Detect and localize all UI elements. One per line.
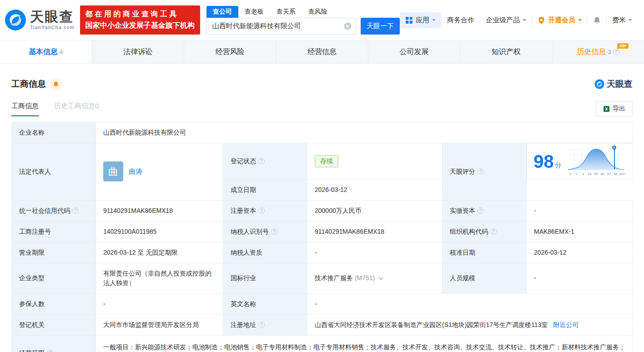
search-tab-relation[interactable]: 查关系	[270, 6, 302, 18]
field-label-establish-date: 成立日期	[223, 179, 307, 200]
table-row: 企业名称 山西时代新能源科技有限公司	[12, 122, 633, 143]
nav-cooperation[interactable]: 商务合作	[442, 16, 480, 25]
legal-rep-link[interactable]: 曲涛	[129, 166, 142, 177]
field-value-reg-authority: 大同市市场监督管理局开发区分局	[96, 314, 223, 335]
help-icon[interactable]: ?	[258, 322, 265, 328]
tab-basic-info[interactable]: 基本信息 4	[0, 40, 92, 63]
table-row: 工商注册号 14029100A011985 纳税人识别号? 91140291MA…	[12, 221, 633, 242]
help-icon[interactable]: ?	[478, 168, 484, 175]
tab-label: 公司发展	[399, 47, 428, 57]
table-row: 参保人数 - 英文名称 -	[12, 293, 633, 314]
label-text: 核准日期	[450, 249, 475, 256]
table-row: 营业期限 2026-03-12 至 无固定期限 纳税人资质 - 核准日期 202…	[12, 242, 633, 263]
tab-operational-risk[interactable]: 经营风险	[184, 40, 276, 63]
tab-label: 经营风险	[216, 47, 245, 57]
subtab-business-registration[interactable]: 工商信息	[11, 102, 39, 116]
score-distribution-chart[interactable]: 01 315 5085 9799 100	[567, 146, 625, 177]
tab-company-development[interactable]: 公司发展	[368, 40, 460, 63]
field-value-establish-date: 2026-03-12	[307, 179, 443, 200]
label-text: 经营范围	[19, 348, 45, 352]
field-value-score: 98 分	[527, 143, 633, 179]
search-tab-risk[interactable]: 查风险	[302, 6, 334, 18]
promo-line1: 都在用的商业查询工具	[86, 9, 195, 20]
help-icon[interactable]: ?	[47, 350, 53, 352]
label-text: 注册资本	[231, 206, 256, 216]
bell-curve	[567, 146, 625, 171]
chevron-down-icon[interactable]	[378, 277, 383, 280]
label-text: 企业名称	[19, 129, 45, 136]
help-icon[interactable]: ?	[72, 207, 79, 214]
subtab-history-registration[interactable]: 历史工商信息0	[54, 102, 99, 116]
export-button[interactable]: 导出	[596, 101, 633, 116]
label-text: 实缴资本	[450, 206, 475, 216]
tianyancha-eye-icon	[594, 79, 604, 89]
search-input[interactable]	[206, 18, 356, 35]
section-header: 工商信息 天眼查	[0, 78, 644, 90]
label-text: 企业类型	[19, 274, 45, 282]
industry-code: (M751)	[355, 274, 375, 282]
tab-business-info[interactable]: 经营信息	[276, 40, 368, 63]
watermark-text: 天眼查	[607, 78, 633, 90]
help-icon[interactable]: ?	[258, 207, 265, 214]
nav-enterprise[interactable]: 企业级产品	[480, 16, 532, 25]
help-icon[interactable]: ?	[613, 49, 619, 55]
field-value-company-type: 有限责任公司（非自然人投资或控股的法人独资）	[96, 263, 223, 293]
tab-legal-proceedings[interactable]: 法律诉讼	[92, 40, 184, 63]
field-value-taxpayer-quality: -	[307, 242, 443, 263]
field-label-credit-code: 统一社会信用代码?	[12, 200, 96, 221]
field-label-taxpayer-quality: 纳税人资质	[223, 242, 307, 263]
table-row: 企业类型 有限责任公司（非自然人投资或控股的法人独资） 国标行业 技术推广服务 …	[12, 263, 633, 293]
tab-history-info[interactable]: VIP 历史信息 3 ?	[553, 40, 644, 63]
search-button[interactable]: 天眼一下	[361, 18, 400, 35]
vip-badge: VIP	[617, 43, 629, 49]
label-text: 注册地址	[231, 320, 256, 330]
field-label-approval-date: 核准日期	[443, 242, 527, 263]
field-value-business-scope: 一般项目：新兴能源技术研发；电池制造；电池销售；电子专用材料制造；电子专用材料销…	[96, 335, 633, 352]
nav-notifications[interactable]	[588, 16, 606, 24]
field-label-reg-number: 工商注册号	[12, 221, 96, 242]
label-text: 统一社会信用代码	[19, 206, 70, 216]
promo-banner: 都在用的商业查询工具 国家中小企业发展子基金旗下机构	[80, 5, 200, 35]
field-label-english-name: 英文名称	[223, 293, 307, 314]
nav-apps[interactable]: 应用	[400, 12, 441, 28]
help-icon[interactable]: ?	[490, 228, 497, 235]
search-tabs: 查公司 查老板 查关系 查风险	[206, 6, 400, 18]
field-value-industry: 技术推广服务 (M751)	[307, 263, 443, 293]
promo-line2: 国家中小企业发展子基金旗下机构	[86, 20, 195, 31]
search-input-wrap	[206, 18, 356, 35]
nearby-companies-link[interactable]: 附近公司	[553, 321, 579, 328]
field-label-score: 天眼评分?	[443, 143, 527, 201]
table-row: 统一社会信用代码? 91140291MAK86EMX18 注册资本? 20000…	[12, 200, 633, 221]
field-label-legal-rep: 法定代表人	[12, 143, 96, 201]
tab-count: 3	[608, 49, 611, 55]
nav-open-vip[interactable]: 开通会员	[532, 16, 587, 25]
help-icon[interactable]: ?	[271, 228, 277, 235]
legal-rep-avatar[interactable]: 曲	[103, 161, 123, 181]
watermark-logo: 天眼查	[594, 78, 633, 90]
field-label-reg-status: 登记状态?	[223, 143, 307, 180]
help-icon[interactable]: ?	[478, 207, 484, 214]
clear-search-icon[interactable]	[344, 22, 352, 30]
tab-count: 4	[60, 49, 63, 55]
monitor-bell-chip[interactable]	[50, 79, 61, 90]
tianyancha-logo[interactable]: 天眼查 TianYanCha.com	[5, 9, 75, 31]
tab-label: 基本信息	[29, 47, 58, 57]
search-tab-company[interactable]: 查公司	[206, 6, 238, 18]
field-label-business-term: 营业期限	[12, 242, 96, 263]
field-label-org-code: 组织机构代码?	[443, 221, 527, 242]
score-marker-pin	[612, 146, 616, 150]
search-tab-boss[interactable]: 查老板	[238, 6, 270, 18]
vip-crown-icon	[538, 16, 545, 24]
subtab-row: 工商信息 历史工商信息0 导出	[0, 101, 644, 116]
address-text: 山西省大同经济技术开发区装备制造产业园区(S1地块)园荣街17号生产调度楼113…	[315, 321, 548, 328]
field-label-reg-address: 注册地址?	[223, 314, 307, 335]
top-header: 天眼查 TianYanCha.com 都在用的商业查询工具 国家中小企业发展子基…	[0, 0, 644, 40]
help-icon[interactable]: ?	[258, 158, 265, 164]
label-text: 国标行业	[231, 274, 256, 282]
chart-axis-labels: 01 315 5085 9799 100	[567, 171, 625, 177]
field-value-taxpayer-id: 91140291MAK86EMX18	[307, 221, 443, 242]
tab-intellectual-property[interactable]: 知识产权	[460, 40, 552, 63]
nav-cooperation-label: 商务合作	[447, 16, 474, 25]
label-text: 成立日期	[231, 186, 256, 193]
nav-user[interactable]: 费米	[607, 16, 638, 25]
